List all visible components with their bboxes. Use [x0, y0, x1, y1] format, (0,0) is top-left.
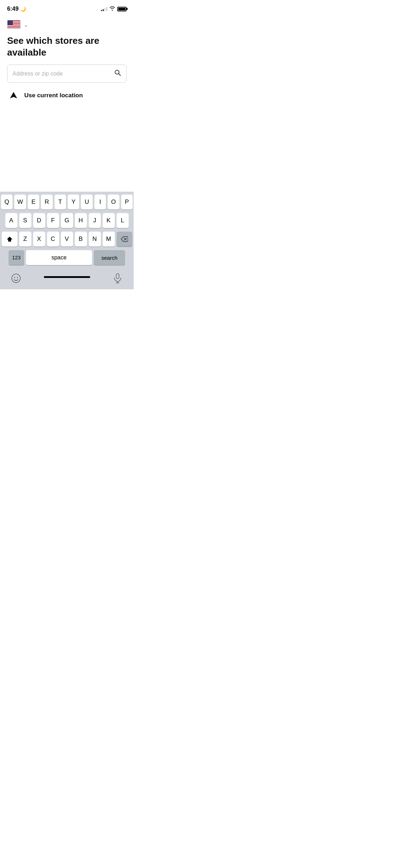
key-j[interactable]: J — [89, 213, 101, 228]
numbers-key[interactable]: 123 — [9, 250, 24, 265]
space-key[interactable]: space — [26, 250, 92, 265]
chevron-down-icon: ⌄ — [24, 21, 28, 28]
key-l[interactable]: L — [117, 213, 129, 228]
key-r[interactable]: R — [41, 195, 52, 210]
key-q[interactable]: Q — [1, 195, 12, 210]
shift-key[interactable] — [2, 232, 17, 247]
svg-point-7 — [14, 277, 15, 278]
key-e[interactable]: E — [28, 195, 39, 210]
keyboard-row-4: 123 space search — [1, 250, 133, 265]
search-input-container[interactable] — [7, 64, 127, 83]
moon-icon: 🌙 — [20, 6, 26, 12]
status-time: 6:49 🌙 — [7, 6, 26, 12]
key-x[interactable]: X — [33, 232, 45, 247]
key-g[interactable]: G — [61, 213, 73, 228]
use-current-location-button[interactable]: Use current location — [7, 89, 127, 102]
key-i[interactable]: I — [94, 195, 106, 210]
key-u[interactable]: U — [81, 195, 92, 210]
signal-icon — [101, 7, 107, 11]
key-h[interactable]: H — [75, 213, 87, 228]
home-indicator — [44, 276, 90, 278]
svg-point-8 — [17, 277, 18, 278]
status-bar: 6:49 🌙 — [0, 0, 134, 16]
key-k[interactable]: K — [103, 213, 115, 228]
key-a[interactable]: A — [5, 213, 17, 228]
address-search-input[interactable] — [12, 71, 114, 77]
battery-icon — [117, 7, 127, 11]
key-c[interactable]: C — [47, 232, 59, 247]
keyboard: Q W E R T Y U I O P A S D F G H J K L Z … — [0, 192, 134, 289]
main-content: ⌄ See which stores are available Use cur… — [0, 16, 134, 102]
page-title: See which stores are available — [7, 35, 127, 58]
key-n[interactable]: N — [89, 232, 101, 247]
keyboard-row-3: Z X C V B N M — [1, 232, 133, 247]
key-p[interactable]: P — [121, 195, 133, 210]
svg-marker-2 — [10, 92, 17, 98]
emoji-key[interactable] — [8, 272, 24, 285]
keyboard-row-2: A S D F G H J K L — [1, 213, 133, 228]
country-selector[interactable]: ⌄ — [7, 20, 127, 29]
wifi-icon — [109, 6, 115, 12]
key-b[interactable]: B — [75, 232, 87, 247]
key-f[interactable]: F — [47, 213, 59, 228]
key-m[interactable]: M — [103, 232, 115, 247]
key-o[interactable]: O — [108, 195, 119, 210]
key-y[interactable]: Y — [68, 195, 79, 210]
status-icons — [101, 6, 127, 12]
key-d[interactable]: D — [33, 213, 45, 228]
svg-line-1 — [119, 74, 120, 76]
key-z[interactable]: Z — [19, 232, 31, 247]
search-key[interactable]: search — [94, 250, 125, 265]
svg-marker-3 — [7, 237, 12, 242]
delete-key[interactable] — [117, 232, 132, 247]
microphone-key[interactable] — [110, 272, 125, 285]
location-icon — [7, 89, 20, 102]
keyboard-row-1: Q W E R T Y U I O P — [1, 195, 133, 210]
key-s[interactable]: S — [19, 213, 31, 228]
keyboard-bottom-row — [1, 269, 133, 289]
flag-icon — [7, 20, 21, 29]
key-t[interactable]: T — [55, 195, 66, 210]
svg-point-6 — [12, 274, 20, 283]
time-display: 6:49 — [7, 6, 19, 12]
key-v[interactable]: V — [61, 232, 73, 247]
search-icon[interactable] — [114, 69, 121, 78]
svg-rect-9 — [116, 274, 119, 279]
location-label: Use current location — [24, 92, 83, 99]
key-w[interactable]: W — [14, 195, 26, 210]
